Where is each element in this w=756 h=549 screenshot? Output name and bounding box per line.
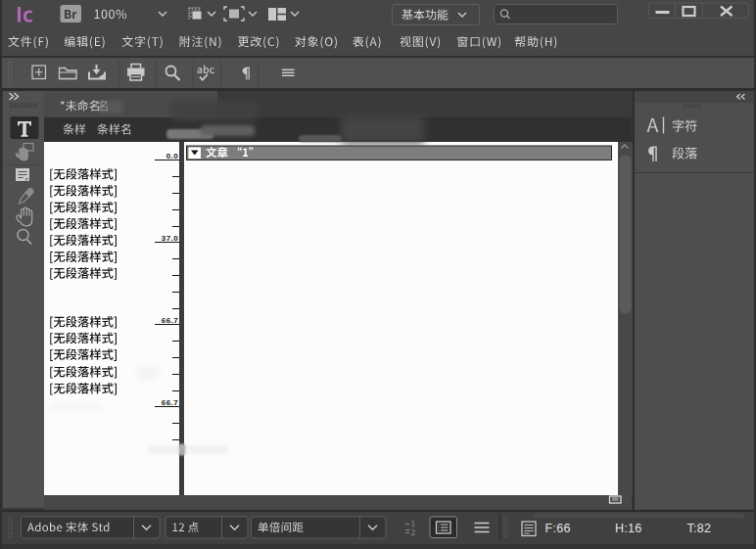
svg-text:F:66: F:66: [545, 522, 571, 535]
svg-text:37.0: 37.0: [162, 234, 178, 243]
svg-text:H:16: H:16: [615, 522, 642, 535]
svg-text:T:82: T:82: [687, 522, 712, 535]
svg-text:66.7: 66.7: [162, 316, 178, 325]
svg-text:66.7: 66.7: [162, 398, 178, 407]
svg-text:0.0: 0.0: [166, 152, 178, 160]
